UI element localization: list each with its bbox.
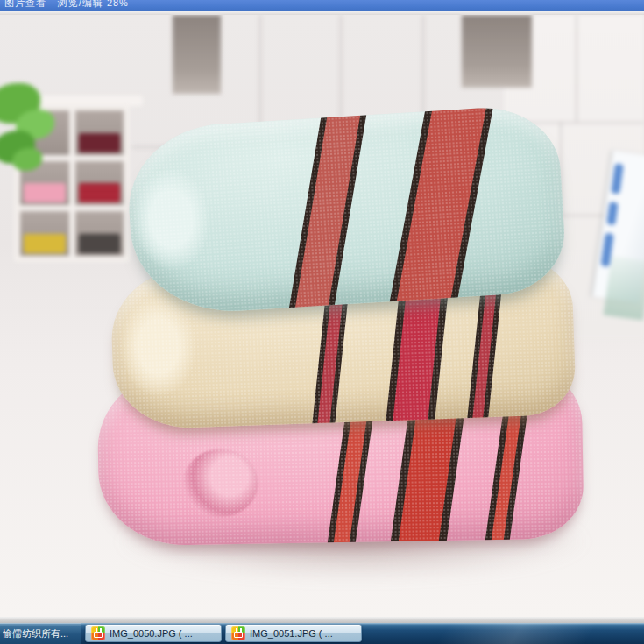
shelf-towel-yellow <box>24 234 66 253</box>
taskbar-sheen <box>436 623 598 644</box>
cubby <box>75 211 124 256</box>
towel-mint <box>124 103 568 317</box>
tile-grout <box>576 15 577 122</box>
glass-shelf <box>603 256 644 321</box>
shelf-towel-maroon <box>79 133 121 152</box>
photo-viewer-canvas <box>0 15 644 617</box>
taskbar-button-img0050[interactable]: IMG_0050.JPG ( ... <box>85 624 222 642</box>
shelf-towel-charcoal <box>79 234 121 253</box>
cubby <box>75 161 124 206</box>
wall-opening <box>173 15 221 94</box>
taskbar-button-label: IMG_0050.JPG ( ... <box>110 628 193 639</box>
cubby <box>20 211 69 256</box>
taskbar: 愉儒纺织所有... IMG_0050.JPG ( ... IMG_0051.JP… <box>0 623 644 644</box>
taskbar-button-label: 愉儒纺织所有... <box>3 627 68 640</box>
desktop-screen: 图片查看 - 浏览/编辑 28% <box>0 0 644 644</box>
window-border-bottom <box>0 617 644 623</box>
wall-opening <box>462 15 532 88</box>
2345-viewer-icon <box>91 626 105 640</box>
taskbar-button-label: IMG_0051.JPG ( ... <box>250 628 333 639</box>
taskbar-button-img0051[interactable]: IMG_0051.JPG ( ... <box>225 624 362 642</box>
taskbar-button-folder[interactable]: 愉儒纺织所有... <box>0 623 81 644</box>
window-titlebar: 图片查看 - 浏览/编辑 28% <box>0 0 644 11</box>
window-title: 图片查看 - 浏览/编辑 28% <box>4 0 129 10</box>
2345-viewer-icon <box>231 626 245 640</box>
cubby <box>75 110 124 155</box>
shelf-towel-pink <box>24 183 66 202</box>
shelf-towel-red <box>79 183 121 202</box>
